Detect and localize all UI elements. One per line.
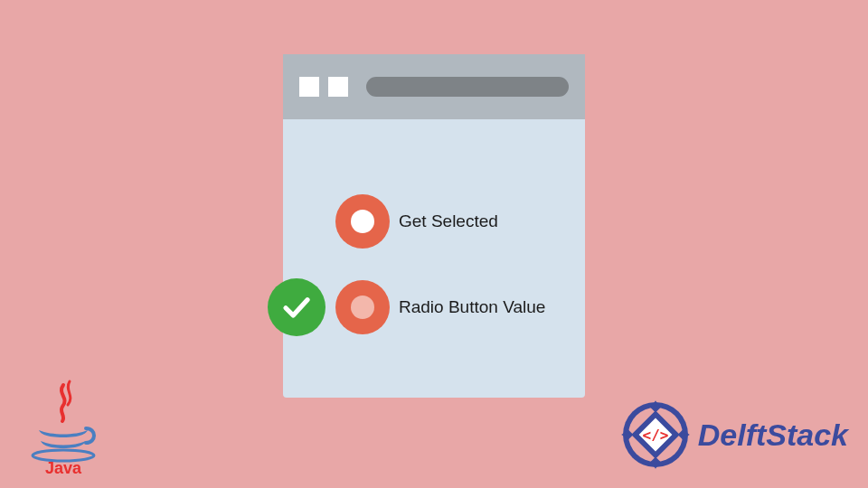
brand-name: DelftStack — [698, 418, 848, 453]
radio-label: Get Selected — [399, 211, 498, 231]
java-logo-text: Java — [45, 459, 82, 477]
java-logo-icon: Java — [23, 378, 104, 477]
svg-text:</>: </> — [642, 427, 668, 444]
radio-inner-icon — [351, 296, 374, 319]
radio-label: Radio Button Value — [399, 297, 545, 317]
check-icon — [280, 291, 313, 324]
window-control-icon — [299, 77, 319, 97]
radio-option[interactable]: Radio Button Value — [335, 280, 545, 334]
radio-icon — [335, 280, 390, 334]
window-titlebar — [283, 54, 585, 119]
radio-icon — [335, 194, 390, 249]
brand-mark-icon: </> — [620, 399, 691, 470]
window-address-bar — [366, 77, 569, 97]
window-control-icon — [328, 77, 348, 97]
radio-option[interactable]: Get Selected — [335, 194, 498, 249]
brand: </> DelftStack — [620, 399, 848, 470]
app-window: Get Selected Radio Button Value — [283, 54, 585, 398]
radio-inner-icon — [351, 210, 374, 233]
check-badge-icon — [268, 278, 326, 336]
